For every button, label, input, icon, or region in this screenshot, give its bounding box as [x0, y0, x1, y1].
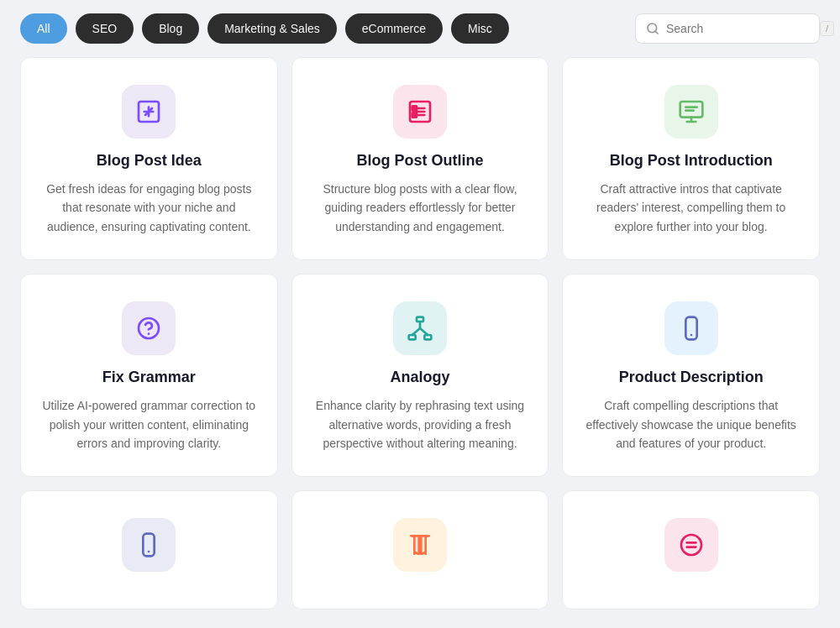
svg-line-21 — [420, 328, 428, 335]
card-fix-grammar[interactable]: Fix GrammarUtilize AI-powered grammar co… — [20, 274, 278, 477]
card-card-partial-2[interactable] — [291, 490, 549, 610]
card-desc-analogy: Enhance clarity by rephrasing text using… — [312, 396, 528, 453]
card-icon-card-partial-3 — [664, 518, 718, 572]
card-product-description[interactable]: Product DescriptionCraft compelling desc… — [562, 274, 820, 477]
card-desc-product-description: Craft compelling descriptions that effec… — [583, 396, 799, 453]
card-card-partial-3[interactable] — [562, 490, 820, 610]
search-input[interactable] — [666, 22, 813, 35]
svg-rect-22 — [685, 317, 696, 340]
card-desc-blog-post-idea: Get fresh ideas for engaging blog posts … — [41, 180, 257, 236]
card-analogy[interactable]: AnalogyEnhance clarity by rephrasing tex… — [291, 274, 549, 477]
card-icon-analogy — [393, 301, 447, 355]
card-title-blog-post-outline: Blog Post Outline — [356, 152, 483, 170]
card-title-fix-grammar: Fix Grammar — [102, 369, 196, 386]
card-icon-card-partial-2 — [393, 518, 447, 572]
card-icon-blog-post-introduction — [664, 85, 718, 139]
search-shortcut: / — [820, 21, 834, 36]
card-blog-post-outline[interactable]: Blog Post OutlineStructure blog posts wi… — [291, 57, 549, 260]
svg-rect-8 — [412, 113, 417, 117]
card-desc-fix-grammar: Utilize AI-powered grammar correction to… — [41, 396, 257, 453]
svg-rect-7 — [412, 106, 417, 110]
card-title-analogy: Analogy — [390, 369, 449, 386]
filter-btn-all[interactable]: All — [20, 13, 67, 44]
card-icon-card-partial-1 — [122, 518, 176, 572]
top-bar: AllSEOBlogMarketing & SaleseCommerceMisc… — [0, 0, 840, 57]
cards-grid: Blog Post IdeaGet fresh ideas for engagi… — [0, 57, 840, 628]
svg-point-26 — [681, 535, 701, 555]
svg-line-1 — [655, 31, 658, 34]
filter-btn-seo[interactable]: SEO — [76, 13, 134, 44]
card-desc-blog-post-outline: Structure blog posts with a clear flow, … — [312, 180, 528, 236]
filter-btn-misc[interactable]: Misc — [451, 13, 509, 44]
card-title-blog-post-idea: Blog Post Idea — [97, 152, 202, 170]
card-title-blog-post-introduction: Blog Post Introduction — [610, 152, 773, 170]
svg-line-20 — [412, 328, 420, 335]
card-icon-blog-post-idea — [122, 85, 176, 139]
card-title-product-description: Product Description — [619, 369, 764, 386]
card-desc-blog-post-introduction: Craft attractive intros that captivate r… — [583, 180, 799, 236]
card-icon-product-description — [664, 301, 718, 355]
card-card-partial-1[interactable] — [20, 490, 278, 610]
filter-btn-marketing-&-sales[interactable]: Marketing & Sales — [207, 13, 337, 44]
search-box[interactable]: / — [635, 13, 820, 44]
card-blog-post-introduction[interactable]: Blog Post IntroductionCraft attractive i… — [562, 57, 820, 260]
filter-btn-ecommerce[interactable]: eCommerce — [345, 13, 443, 44]
search-icon — [646, 22, 659, 35]
card-blog-post-idea[interactable]: Blog Post IdeaGet fresh ideas for engagi… — [20, 57, 278, 260]
filter-btn-blog[interactable]: Blog — [142, 13, 199, 44]
card-icon-fix-grammar — [122, 301, 176, 355]
filter-buttons: AllSEOBlogMarketing & SaleseCommerceMisc — [20, 13, 509, 44]
card-icon-blog-post-outline — [393, 85, 447, 139]
